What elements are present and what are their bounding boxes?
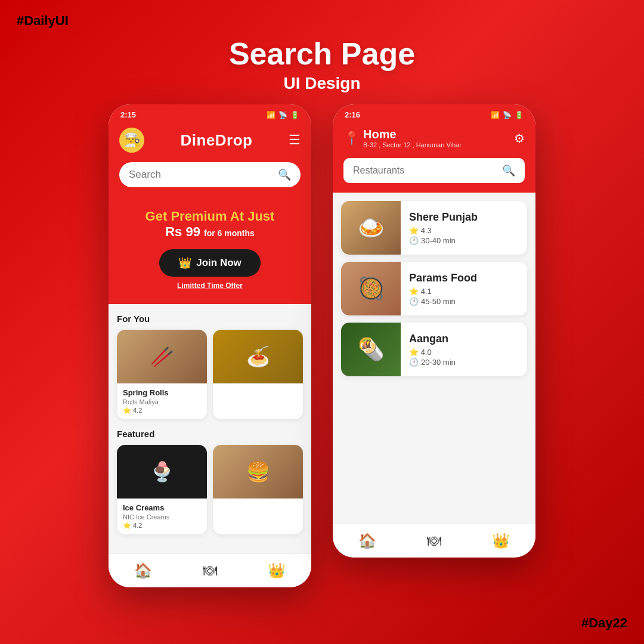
page-title-area: Search Page UI Design <box>0 36 644 93</box>
burger-img: 🍔 <box>213 445 303 499</box>
shere-punjab-img: 🍛 <box>341 201 401 255</box>
signal-icon: 📡 <box>278 111 287 119</box>
wifi-icon-2: 📶 <box>491 111 500 119</box>
nav-crown-1[interactable]: 👑 <box>268 562 286 579</box>
ice-cream-rating: ⭐ 4.2 <box>123 522 201 530</box>
aangan-img: 🌯 <box>341 323 401 376</box>
params-food-img: 🥘 <box>341 262 401 315</box>
crown-icon: 👑 <box>178 256 191 270</box>
shere-punjab-rating: ⭐ 4.3 <box>409 226 478 235</box>
aangan-time: 🕐20-30 min <box>409 358 456 367</box>
spring-rolls-name: Spring Rolls <box>123 388 201 397</box>
shere-punjab-name: Shere Punjab <box>409 211 478 224</box>
restaurant-aangan[interactable]: 🌯 Aangan ⭐ 4.0 🕐20-30 min <box>341 323 527 376</box>
nav-home-1[interactable]: 🏠 <box>134 562 152 579</box>
limited-offer-text: Limitted Time Offer <box>119 281 301 290</box>
phone1-content: For You 🥢 Spring Rolls Rolls Mafiya ⭐ 4.… <box>109 304 311 553</box>
phone1: 2:15 📶 📡 🔋 👨‍🍳 DineDrop ☰ 🔍 Get Premium … <box>109 104 311 587</box>
restaurant-shere-punjab[interactable]: 🍛 Shere Punjab ⭐ 4.3 🕐30-40 min <box>341 201 527 255</box>
phones-container: 2:15 📶 📡 🔋 👨‍🍳 DineDrop ☰ 🔍 Get Premium … <box>109 104 535 587</box>
search-input-wrap-1[interactable]: 🔍 <box>119 162 301 187</box>
ice-cream-sub: NIC Ice Creams <box>123 513 201 521</box>
premium-banner: Get Premium At Just Rs 99 for 6 months 👑… <box>109 197 311 304</box>
food-card-spring-rolls[interactable]: 🥢 Spring Rolls Rolls Mafiya ⭐ 4.2 <box>117 330 207 419</box>
food-card-burger[interactable]: 🍔 <box>213 445 303 534</box>
restaurant-list: 🍛 Shere Punjab ⭐ 4.3 🕐30-40 min 🥘 Params… <box>333 193 535 524</box>
search-input-1[interactable] <box>129 169 272 181</box>
shere-punjab-time: 🕐30-40 min <box>409 236 478 245</box>
avatar: 👨‍🍳 <box>119 128 144 153</box>
location-label: Home <box>363 128 462 141</box>
signal-icon-2: 📡 <box>503 111 512 119</box>
nav-home-2[interactable]: 🏠 <box>358 532 376 549</box>
search-bar-2: 🔍 <box>333 158 535 193</box>
hashtag-bottom: #Day22 <box>581 615 627 631</box>
aangan-info: Aangan ⭐ 4.0 🕐20-30 min <box>401 323 464 376</box>
nav-food-1[interactable]: 🍽 <box>203 562 217 579</box>
featured-row: 🍨 Ice Creams NIC Ice Creams ⭐ 4.2 🍔 <box>117 445 303 534</box>
status-bar-1: 2:15 📶 📡 🔋 <box>109 104 311 123</box>
restaurant-params-food[interactable]: 🥘 Params Food ⭐ 4.1 🕐45-50 min <box>341 262 527 315</box>
burger-info <box>213 499 303 508</box>
bottom-nav-1: 🏠 🍽 👑 <box>109 553 311 587</box>
aangan-rating: ⭐ 4.0 <box>409 348 456 357</box>
aangan-name: Aangan <box>409 333 456 345</box>
food2-info <box>213 383 303 393</box>
phone1-header: 👨‍🍳 DineDrop ☰ <box>109 123 311 162</box>
status-icons-1: 📶 📡 🔋 <box>267 111 299 119</box>
page-title: Search Page <box>0 36 644 72</box>
join-label: Join Now <box>196 257 242 269</box>
join-now-button[interactable]: 👑 Join Now <box>159 249 261 277</box>
search-bar-1: 🔍 <box>109 162 311 197</box>
status-bar-2: 2:16 📶 📡 🔋 <box>333 104 535 123</box>
page-subtitle: UI Design <box>0 74 644 93</box>
status-icons-2: 📶 📡 🔋 <box>491 111 524 119</box>
battery-icon-2: 🔋 <box>515 111 524 119</box>
params-food-name: Params Food <box>409 272 477 284</box>
search-icon-2: 🔍 <box>502 164 515 177</box>
banner-line2: Rs 99 for 6 months <box>119 224 301 240</box>
time-1: 2:15 <box>120 110 136 119</box>
food-card-2[interactable]: 🍝 <box>213 330 303 419</box>
location-sub: B-32 , Sector 12 , Hanuman Vihar <box>363 141 462 148</box>
ice-cream-img: 🍨 <box>117 445 207 499</box>
phone2: 2:16 📶 📡 🔋 📍 Home B-32 , Sector 12 , Han… <box>333 104 535 558</box>
nav-food-2[interactable]: 🍽 <box>427 532 441 549</box>
params-food-rating: ⭐ 4.1 <box>409 287 477 296</box>
battery-icon: 🔋 <box>290 111 299 119</box>
food-card-ice-cream[interactable]: 🍨 Ice Creams NIC Ice Creams ⭐ 4.2 <box>117 445 207 534</box>
location-info: Home B-32 , Sector 12 , Hanuman Vihar <box>363 128 462 148</box>
location-header-left: 📍 Home B-32 , Sector 12 , Hanuman Vihar <box>343 128 462 148</box>
hamburger-icon[interactable]: ☰ <box>289 132 301 148</box>
food2-img: 🍝 <box>213 330 303 383</box>
params-food-time: 🕐45-50 min <box>409 297 477 306</box>
phone2-header: 📍 Home B-32 , Sector 12 , Hanuman Vihar … <box>333 123 535 158</box>
spring-rolls-img: 🥢 <box>117 330 207 383</box>
featured-title: Featured <box>117 429 303 439</box>
bottom-nav-2: 🏠 🍽 👑 <box>333 524 535 558</box>
params-food-info: Params Food ⭐ 4.1 🕐45-50 min <box>401 262 485 315</box>
location-pin-icon: 📍 <box>343 131 360 146</box>
hashtag-top: #DailyUI <box>17 13 69 29</box>
ice-cream-info: Ice Creams NIC Ice Creams ⭐ 4.2 <box>117 499 207 534</box>
for-you-row: 🥢 Spring Rolls Rolls Mafiya ⭐ 4.2 🍝 <box>117 330 303 419</box>
wifi-icon: 📶 <box>267 111 275 119</box>
app-name: DineDrop <box>181 131 253 150</box>
banner-line1: Get Premium At Just <box>119 209 301 224</box>
search-input-2[interactable] <box>353 165 496 176</box>
ice-cream-name: Ice Creams <box>123 503 201 512</box>
search-input-wrap-2[interactable]: 🔍 <box>343 158 525 183</box>
shere-punjab-info: Shere Punjab ⭐ 4.3 🕐30-40 min <box>401 201 486 255</box>
nav-crown-2[interactable]: 👑 <box>492 532 510 549</box>
spring-rolls-rating: ⭐ 4.2 <box>123 407 201 414</box>
filter-icon[interactable]: ⚙ <box>514 131 525 145</box>
time-2: 2:16 <box>345 110 360 119</box>
search-icon-1: 🔍 <box>278 168 291 181</box>
spring-rolls-info: Spring Rolls Rolls Mafiya ⭐ 4.2 <box>117 383 207 419</box>
for-you-title: For You <box>117 314 303 324</box>
spring-rolls-sub: Rolls Mafiya <box>123 398 201 405</box>
